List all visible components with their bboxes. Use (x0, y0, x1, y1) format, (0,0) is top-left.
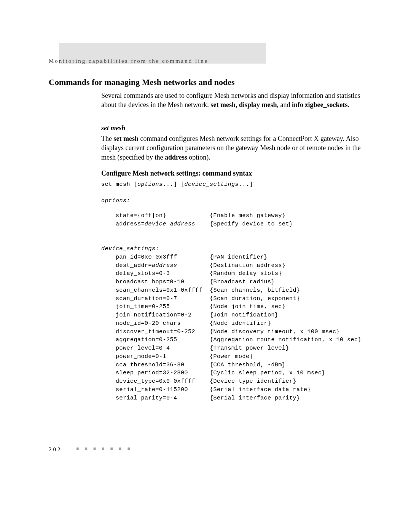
page: Monitoring capabilities from the command… (0, 0, 411, 532)
dev-powermode: power_mode=0-1 {Power mode} (101, 353, 253, 360)
dev-destaddr-a: dest_addr= (101, 262, 152, 269)
dev-devicetype: device_type=0x0-0xffff {Device type iden… (101, 378, 296, 385)
cmd-setmesh: set mesh (210, 101, 236, 109)
opt-address-a: address= (101, 221, 145, 227)
dev-scanchannels: scan_channels=0x1-0xffff {Scan channels,… (101, 287, 300, 294)
t: command configures Mesh network settings… (101, 135, 361, 161)
opt-address-i: device address (145, 221, 195, 227)
intro-paragraph: Several commands are used to configure M… (101, 91, 364, 110)
subheading-setmesh: set mesh (101, 124, 126, 132)
setmesh-paragraph: The set mesh command configures Mesh net… (101, 134, 364, 162)
device-settings-block: device_settings: pan_id=0x0-0x3fff {PAN … (101, 245, 368, 402)
dev-discovertimeout: discover_timeout=0-252 {Node discovery t… (101, 329, 340, 335)
arg-devicesettings: device_settings (185, 181, 239, 188)
dev-scanduration: scan_duration=0-7 {Scan duration, expone… (101, 296, 300, 302)
kw-setmesh: set mesh (113, 135, 139, 142)
dev-broadcasthops: broadcast_hops=0-10 {Broadcast radius} (101, 279, 275, 285)
running-header: Monitoring capabilities from the command… (49, 58, 209, 64)
dev-nodeid: node_id=0-20 chars {Node identifier} (101, 320, 271, 327)
dev-ccathreshold: cca_threshold=36-80 {CCA threshold, -dBm… (101, 362, 286, 368)
opt-address-b: {Specify device to set} (195, 221, 293, 227)
dev-serialparity: serial_parity=0-4 {Serial interface pari… (101, 395, 300, 401)
arg-options: options (137, 181, 163, 188)
dev-aggregation: aggregation=0-255 {Aggregation route not… (101, 337, 362, 343)
dev-sleepperiod: sleep_period=32-2800 {Cyclic sleep perio… (101, 370, 325, 376)
page-number: 202 (49, 446, 62, 453)
dev-destaddr-b: {Destination address} (177, 262, 286, 269)
section-heading: Commands for managing Mesh networks and … (49, 77, 235, 87)
device-settings-label: device_settings (101, 246, 156, 252)
options-block: state={off|on} {Enable mesh gateway} add… (101, 212, 368, 228)
t: The (101, 135, 113, 142)
dev-joinnotification: join_notification=0-2 {Join notification… (101, 312, 279, 318)
opt-state: state={off|on} {Enable mesh gateway} (101, 212, 286, 219)
options-label: options: (101, 197, 368, 205)
t: ...] [ (163, 181, 185, 188)
dev-powerlevel: power_level=0-4 {Transmit power level} (101, 345, 289, 351)
subheading-syntax: Configure Mesh network settings: command… (101, 169, 252, 177)
sep: , and (277, 101, 292, 109)
t: set mesh [ (101, 181, 137, 188)
tail: . (347, 101, 349, 109)
dev-serialrate: serial_rate=0-115200 {Serial interface d… (101, 387, 311, 393)
dev-destaddr-i: address (152, 262, 177, 269)
dev-delayslots: delay_slots=0-3 {Random delay slots} (101, 270, 282, 277)
t: option). (187, 153, 210, 161)
dev-jointime: join_time=0-255 {Node join time, sec} (101, 304, 286, 310)
footer-dots-icon: ■ ■ ■ ■ ■ ■ ■ (76, 446, 132, 452)
sep: , (236, 101, 239, 109)
cmd-displaymesh: display mesh (239, 101, 277, 109)
cmd-infozigbee: info zigbee_sockets (292, 101, 347, 109)
dev-panid: pan_id=0x0-0x3fff {PAN identifier} (101, 254, 268, 260)
syntax-line: set mesh [options...] [device_settings..… (101, 181, 368, 189)
kw-address: address (165, 153, 187, 161)
colon: : (156, 246, 159, 252)
t: ...] (239, 181, 253, 188)
